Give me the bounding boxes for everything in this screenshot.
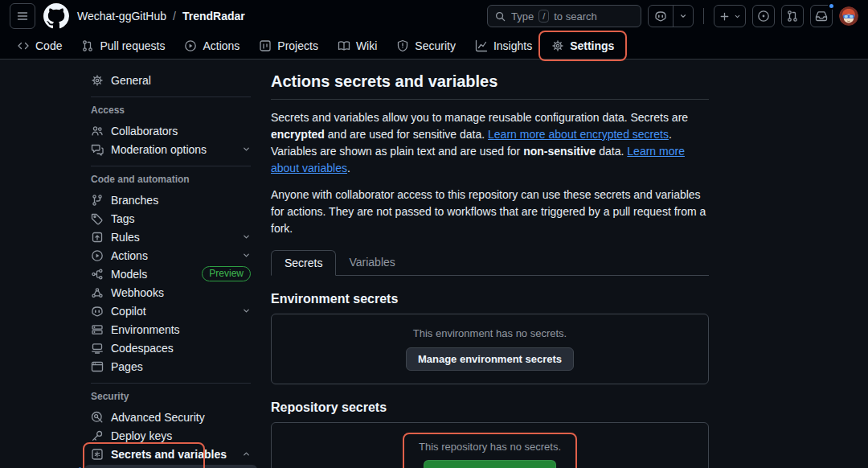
search-icon [494,10,506,23]
sidebar-label: Pages [111,360,143,373]
sidebar-item-models[interactable]: Models Preview [84,265,257,283]
user-avatar[interactable] [839,6,858,26]
git-pull-request-icon [81,39,94,52]
repository-secrets-empty-box: This repository has no secrets. New repo… [271,422,709,468]
code-icon [17,39,30,52]
sidebar-section-code-and-automation: Code and automation [84,174,257,185]
sidebar-label: Advanced Security [111,411,205,424]
tab-security[interactable]: Security [389,34,463,58]
sidebar-item-moderation-options[interactable]: Moderation options [84,140,257,158]
tab-label: Wiki [356,39,377,52]
copilot-button[interactable] [649,6,673,27]
sidebar-item-collaborators[interactable]: Collaborators [84,121,257,140]
secrets-variables-tabnav: Secrets Variables [271,250,709,276]
git-pull-request-icon [786,10,799,23]
repo-nav: Code Pull requests Actions Projects Wiki… [0,32,868,60]
new-repository-secret-button[interactable]: New repository secret [424,460,557,468]
sidebar-divider [91,383,251,384]
sidebar-item-copilot[interactable]: Copilot [84,302,257,320]
sidebar-label: Codespaces [111,342,174,355]
desc-text: . [347,162,350,174]
github-logo[interactable] [43,3,69,29]
hamburger-menu-button[interactable] [10,3,35,29]
sidebar-item-branches[interactable]: Branches [84,191,257,209]
tab-code[interactable]: Code [10,34,69,58]
desc-text: and are used for sensitive data. [325,128,488,141]
search-placeholder-prefix: Type [511,10,534,23]
people-icon [91,125,104,138]
sidebar-item-deploy-keys[interactable]: Deploy keys [84,426,257,445]
sidebar-label: Environments [111,323,180,336]
webhook-icon [91,286,104,299]
tab-variables[interactable]: Variables [336,250,407,275]
create-new-button[interactable] [714,5,746,27]
sidebar-item-general[interactable]: General [84,71,257,89]
sidebar-item-tags[interactable]: Tags [84,209,257,228]
pull-requests-button[interactable] [781,5,804,27]
tab-wiki[interactable]: Wiki [330,34,384,58]
rules-icon [91,231,104,244]
copilot-button-group [648,5,694,27]
tab-settings[interactable]: Settings [544,34,621,58]
page-title: Actions secrets and variables [271,71,709,100]
global-search-input[interactable]: Type / to search [487,5,641,27]
tab-label: Projects [277,39,318,52]
repository-empty-text: This repository has no secrets. [419,441,561,453]
gear-icon [551,39,564,52]
sidebar-subitem-actions[interactable]: Actions [84,465,257,468]
sidebar-label: Actions [111,249,148,262]
sidebar-item-pages[interactable]: Pages [84,357,257,376]
notifications-button[interactable] [810,5,833,27]
chevron-down-icon [242,251,251,260]
issues-button[interactable] [752,5,775,27]
header-divider [703,8,704,24]
sidebar-label: Rules [111,231,140,244]
sidebar-label: Webhooks [111,286,164,299]
tab-pull-requests[interactable]: Pull requests [74,34,172,58]
chevron-down-icon [679,12,687,20]
sidebar-label: Deploy keys [111,429,172,442]
breadcrumb-repo[interactable]: TrendRadar [182,10,245,23]
desc-text: Secrets and variables allow you to manag… [271,111,688,124]
key-icon [91,429,104,442]
sidebar-section-security: Security [84,391,257,402]
three-bars-icon [16,10,29,23]
link-learn-more-encrypted-secrets[interactable]: Learn more about encrypted secrets [488,128,669,141]
sidebar-label: Moderation options [111,143,207,156]
main-content: Actions secrets and variables Secrets an… [271,71,709,468]
sidebar-label: General [111,74,151,87]
tab-secrets[interactable]: Secrets [271,250,336,276]
notification-dot [828,2,835,10]
sidebar-item-actions[interactable]: Actions [84,246,257,265]
chevron-up-icon [242,450,251,458]
environment-secrets-heading: Environment secrets [271,292,709,306]
chevron-down-icon [242,232,251,241]
sidebar-item-rules[interactable]: Rules [84,228,257,246]
environment-secrets-empty-box: This environment has no secrets. Manage … [271,314,709,384]
breadcrumb-owner[interactable]: Wechat-ggGitHub [77,10,166,23]
sidebar-item-webhooks[interactable]: Webhooks [84,283,257,302]
manage-environment-secrets-button[interactable]: Manage environment secrets [406,347,574,371]
sidebar-item-advanced-security[interactable]: Advanced Security [84,408,257,426]
play-icon [91,249,104,262]
sidebar-item-secrets-and-variables[interactable]: Secrets and variables [84,445,257,463]
tab-label: Security [415,39,456,52]
sidebar-item-environments[interactable]: Environments [84,320,257,339]
tab-insights[interactable]: Insights [468,34,539,58]
copilot-icon [91,305,104,318]
copilot-icon [654,10,667,23]
copilot-dropdown-button[interactable] [673,6,693,27]
tab-projects[interactable]: Projects [252,34,326,58]
global-header: Wechat-ggGitHub / TrendRadar Type / to s… [0,0,868,60]
sidebar-label: Copilot [111,305,146,318]
chevron-down-icon [242,306,251,315]
codescan-icon [91,411,104,424]
tab-actions[interactable]: Actions [177,34,247,58]
tab-label: Code [35,39,62,52]
desc-bold-encrypted: encrypted [271,128,325,141]
sidebar-section-access: Access [84,105,257,116]
breadcrumb: Wechat-ggGitHub / TrendRadar [77,10,245,23]
sidebar-label: Tags [111,212,135,225]
sidebar-item-codespaces[interactable]: Codespaces [84,339,257,357]
book-icon [338,39,350,52]
